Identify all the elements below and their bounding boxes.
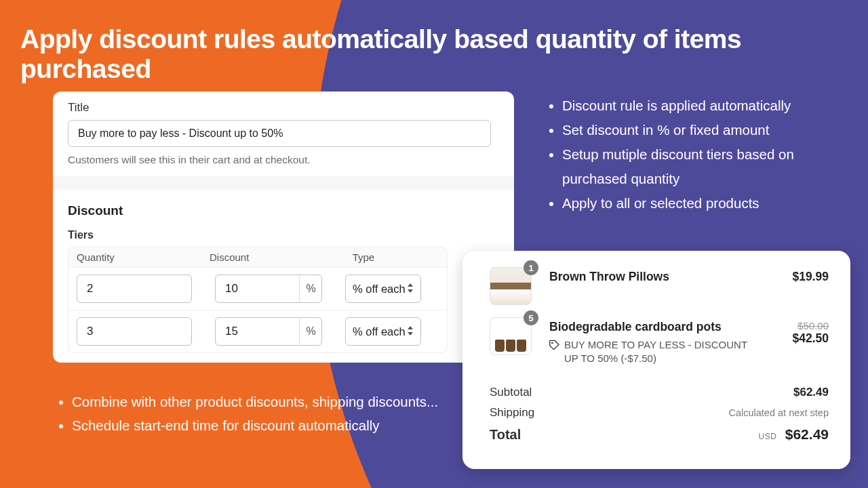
select-sort-icon	[407, 283, 414, 296]
feature-bullet: Setup mutiple discount tiers based on pu…	[562, 142, 851, 191]
cart-totals: Subtotal $62.49 Shipping Calculated at n…	[490, 378, 829, 443]
cart-item: 1 Brown Throw Pillows $19.99	[490, 267, 829, 305]
title-helper-text: Customers will see this in their cart an…	[68, 154, 499, 166]
quantity-badge: 1	[524, 260, 538, 275]
tier-type-select[interactable]: % off each	[345, 274, 421, 303]
shipping-label: Shipping	[490, 406, 534, 420]
col-quantity-header: Quantity	[77, 251, 210, 263]
subtotal-label: Subtotal	[490, 386, 532, 399]
quantity-badge: 5	[524, 310, 538, 325]
tier-type-select[interactable]: % off each	[345, 317, 421, 346]
title-panel: Title Customers will see this in their c…	[53, 92, 514, 176]
tier-row: % % off each	[68, 310, 448, 353]
title-field-label: Title	[68, 101, 499, 115]
cart-preview-card: 1 Brown Throw Pillows $19.99 5 Biodegrad…	[462, 251, 850, 469]
tiers-header-row: Quantity Discount Type	[68, 247, 448, 268]
feature-bullet: Combine with other product discounts, sh…	[72, 390, 449, 414]
currency-code: USD	[758, 432, 776, 441]
discount-settings-card: Title Customers will see this in their c…	[53, 92, 514, 363]
tier-quantity-input[interactable]	[77, 317, 192, 346]
total-value: $62.49	[785, 426, 829, 442]
cart-item-name: Biodegradable cardboard pots	[549, 320, 757, 334]
feature-bullets-bottom: Combine with other product discounts, sh…	[56, 390, 449, 438]
title-input[interactable]	[68, 120, 491, 147]
col-discount-header: Discount	[210, 251, 353, 263]
cart-item-old-price: $50.00	[774, 320, 829, 331]
subtotal-value: $62.49	[793, 386, 829, 399]
tiers-label: Tiers	[68, 229, 499, 241]
tier-type-value: % off each	[353, 325, 406, 338]
feature-bullet: Schedule start-end time for discount aut…	[72, 414, 449, 438]
cart-item-price: $42.50	[774, 331, 829, 346]
tier-type-value: % off each	[353, 283, 406, 296]
total-label: Total	[490, 427, 521, 443]
page-headline: Apply discount rules automatically based…	[20, 24, 848, 84]
cart-item-name: Brown Throw Pillows	[549, 270, 757, 284]
tier-quantity-input[interactable]	[77, 274, 192, 303]
cart-item-promo: BUY MORE TO PAY LESS - DISCOUNT UP TO 50…	[564, 338, 757, 366]
feature-bullet: Set discount in % or fixed amount	[562, 118, 851, 142]
discount-heading: Discount	[68, 203, 499, 218]
percent-suffix: %	[299, 274, 322, 303]
select-sort-icon	[407, 325, 414, 338]
feature-bullets-right: Discount rule is applied automatically S…	[546, 94, 851, 215]
tier-row: % % off each	[68, 268, 448, 310]
shipping-note: Calculated at next step	[728, 407, 829, 418]
percent-suffix: %	[299, 317, 322, 346]
feature-bullet: Discount rule is applied automatically	[562, 94, 851, 118]
col-type-header: Type	[353, 251, 439, 263]
tag-icon	[549, 338, 560, 354]
cart-item-price: $19.99	[774, 270, 829, 284]
tiers-table: Quantity Discount Type % % off each	[68, 247, 448, 353]
cart-item: 5 Biodegradable cardboard pots BUY MORE …	[490, 317, 829, 366]
discount-panel: Discount Tiers Quantity Discount Type % …	[53, 190, 514, 363]
feature-bullet: Apply to all or selected products	[562, 191, 851, 216]
